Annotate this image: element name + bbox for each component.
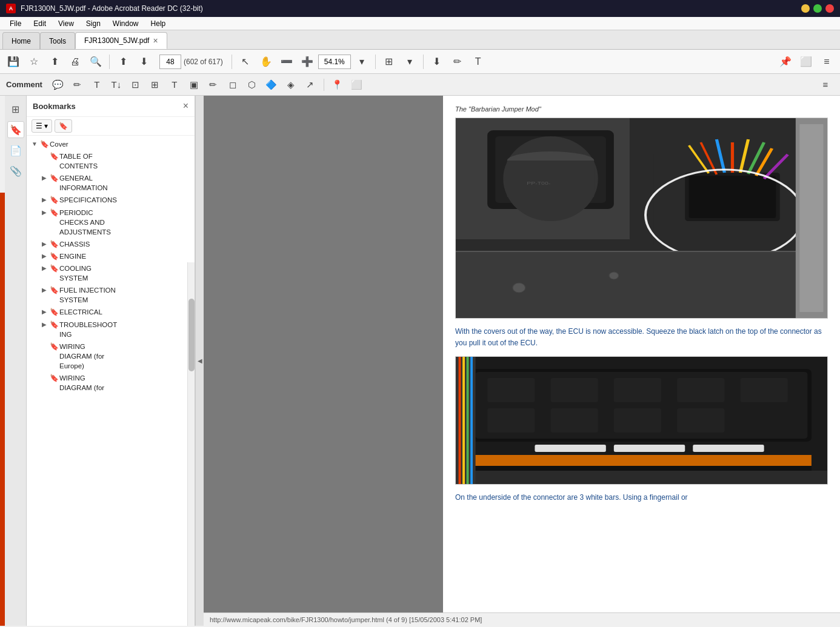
toc-label: TABLE OFCONTENTS <box>59 151 192 171</box>
eraser-btn[interactable]: ◻ <box>224 76 241 93</box>
print-btn[interactable]: 🖨 <box>65 52 85 71</box>
pin-btn[interactable]: 📌 <box>776 52 795 71</box>
menu-sign[interactable]: Sign <box>81 18 105 29</box>
engine-expand-icon[interactable]: ▶ <box>40 251 48 259</box>
annotate-btn[interactable]: T <box>468 52 488 71</box>
search-btn[interactable]: 🔍 <box>86 52 105 71</box>
zoom-in-btn[interactable]: ➕ <box>298 52 317 71</box>
collapse-panel-btn[interactable]: ◀ <box>195 96 204 626</box>
bookmark-cover[interactable]: ▼ 🔖 Cover <box>27 138 195 150</box>
zoom-out-btn[interactable]: ➖ <box>277 52 296 71</box>
page-number-input[interactable] <box>159 55 181 69</box>
bookmarks-add-btn[interactable]: 🔖 <box>55 119 72 133</box>
scrollbar-track <box>187 262 195 626</box>
bookmarks-view-btn[interactable]: ☰ ▾ <box>32 119 52 133</box>
bookmark-fuel[interactable]: ▶ 🔖 FUEL INJECTIONSYSTEM <box>27 284 195 306</box>
pdf-text-1: With the covers out of the way, the ECU … <box>455 326 828 349</box>
menu-help[interactable]: Help <box>146 18 171 29</box>
pin-comment-btn[interactable]: 📍 <box>329 76 346 93</box>
specs-expand-icon[interactable]: ▶ <box>40 195 48 203</box>
more-btn[interactable]: ≡ <box>817 52 836 71</box>
typewriter-btn[interactable]: T <box>166 76 183 93</box>
text-box-btn[interactable]: ⊡ <box>127 76 144 93</box>
zoom-input[interactable] <box>318 55 351 69</box>
bookmark-star-btn[interactable]: ☆ <box>24 52 44 71</box>
sticky-note-btn[interactable]: 💬 <box>50 76 67 93</box>
next-page-btn[interactable]: ⬇ <box>134 52 153 71</box>
upload-btn[interactable]: ⬆ <box>45 52 64 71</box>
attachments-btn[interactable]: 📎 <box>7 162 24 179</box>
tab-pdf[interactable]: FJR1300N_5JW.pdf × <box>75 32 167 49</box>
prev-page-btn[interactable]: ⬆ <box>113 52 133 71</box>
fuel-expand-icon[interactable]: ▶ <box>40 285 48 293</box>
wiring1-bookmark-icon: 🔖 <box>50 342 58 351</box>
highlight-btn[interactable]: ✏ <box>69 76 86 93</box>
troubleshoot-expand-icon[interactable]: ▶ <box>40 320 48 328</box>
svg-rect-30 <box>551 378 598 402</box>
shape2-btn[interactable]: ◈ <box>282 76 299 93</box>
fit-page-btn[interactable]: ⊞ <box>379 52 399 71</box>
cover-bookmark-icon: 🔖 <box>40 139 48 148</box>
erase-btn[interactable]: ⬜ <box>796 52 816 71</box>
textfield-btn[interactable]: ▣ <box>185 76 202 93</box>
periodic-expand-icon[interactable]: ▶ <box>40 208 48 216</box>
close-btn[interactable] <box>825 4 834 13</box>
fit-page-dropdown-btn[interactable]: ▾ <box>400 52 419 71</box>
maximize-btn[interactable] <box>813 4 822 13</box>
menu-file[interactable]: File <box>5 18 26 29</box>
menu-view[interactable]: View <box>53 18 79 29</box>
subscript-btn[interactable]: T↓ <box>108 76 125 93</box>
bookmarks-btn[interactable]: 🔖 <box>7 121 24 138</box>
bookmark-troubleshoot[interactable]: ▶ 🔖 TROUBLESHOOTING <box>27 319 195 340</box>
sidebar-icon-strip: ⊞ 🔖 📄 📎 <box>5 96 27 626</box>
pages-btn[interactable]: 📄 <box>7 142 24 159</box>
bookmark-general[interactable]: ▶ 🔖 GENERALINFORMATION <box>27 172 195 194</box>
fill-btn[interactable]: 🔷 <box>263 76 280 93</box>
minimize-btn[interactable] <box>801 4 810 13</box>
menu-edit[interactable]: Edit <box>28 18 51 29</box>
shape-btn[interactable]: ⬡ <box>244 76 261 93</box>
stamp-btn[interactable]: ⬜ <box>348 76 365 93</box>
tab-tools[interactable]: Tools <box>40 32 75 49</box>
electrical-expand-icon[interactable]: ▶ <box>40 307 48 315</box>
nav-pane-btn[interactable]: ⊞ <box>7 101 24 118</box>
arrow-btn[interactable]: ↗ <box>302 76 319 93</box>
bookmark-periodic[interactable]: ▶ 🔖 PERIODICCHECKS ANDADJUSTMENTS <box>27 207 195 238</box>
cover-label: Cover <box>50 139 192 149</box>
text-btn[interactable]: T <box>88 76 105 93</box>
pdf-caption: The "Barbarian Jumper Mod" <box>455 105 828 113</box>
svg-rect-40 <box>693 445 764 452</box>
cooling-expand-icon[interactable]: ▶ <box>40 264 48 271</box>
general-expand-icon[interactable]: ▶ <box>40 173 48 181</box>
bookmark-specs[interactable]: ▶ 🔖 SPECIFICATIONS <box>27 194 195 206</box>
hand-tool-btn[interactable]: ✋ <box>256 52 276 71</box>
bookmark-wiring2[interactable]: ▶ 🔖 WIRINGDIAGRAM (for <box>27 372 195 394</box>
chassis-expand-icon[interactable]: ▶ <box>40 239 48 247</box>
bookmark-engine[interactable]: ▶ 🔖 ENGINE <box>27 250 195 262</box>
window-controls[interactable] <box>801 4 834 13</box>
periodic-label: PERIODICCHECKS ANDADJUSTMENTS <box>59 208 192 237</box>
tab-home[interactable]: Home <box>2 32 40 49</box>
bookmark-cooling[interactable]: ▶ 🔖 COOLINGSYSTEM <box>27 262 195 284</box>
pencil-btn[interactable]: ✏ <box>205 76 222 93</box>
bookmark-toc[interactable]: ▶ 🔖 TABLE OFCONTENTS <box>27 150 195 172</box>
cover-expand-icon[interactable]: ▼ <box>30 139 39 147</box>
more-comment-btn[interactable]: ≡ <box>817 76 834 93</box>
bookmark-electrical[interactable]: ▶ 🔖 ELECTRICAL <box>27 306 195 318</box>
scrollbar-thumb[interactable] <box>188 299 195 371</box>
select-tool-btn[interactable]: ↖ <box>236 52 255 71</box>
bookmark-chassis[interactable]: ▶ 🔖 CHASSIS <box>27 238 195 250</box>
pdf-image-placeholder-2 <box>456 357 827 484</box>
zoom-dropdown-btn[interactable]: ▾ <box>352 52 372 71</box>
specs-label: SPECIFICATIONS <box>59 195 192 205</box>
pdf-content-area[interactable]: The "Barbarian Jumper Mod" <box>443 96 840 626</box>
download-btn[interactable]: ⬇ <box>427 52 447 71</box>
callout-btn[interactable]: ⊞ <box>147 76 164 93</box>
menu-window[interactable]: Window <box>108 18 144 29</box>
left-accent <box>0 193 5 626</box>
save-btn[interactable]: 💾 <box>4 52 23 71</box>
pen-tool-btn[interactable]: ✏ <box>448 52 467 71</box>
tab-close-btn[interactable]: × <box>153 36 158 45</box>
bookmarks-close-btn[interactable]: × <box>183 101 188 111</box>
bookmark-wiring1[interactable]: ▶ 🔖 WIRINGDIAGRAM (forEurope) <box>27 340 195 372</box>
